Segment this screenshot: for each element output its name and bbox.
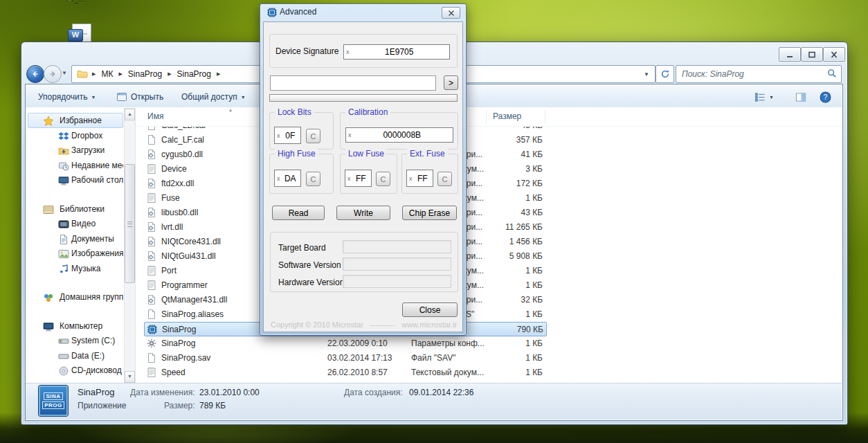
expand-button[interactable]: >: [444, 75, 458, 90]
breadcrumb-item[interactable]: SinaProg: [127, 69, 163, 79]
dialog-close-button[interactable]: [442, 7, 460, 19]
breadcrumb: ▶МК▶SinaProg▶SinaProg▶: [88, 69, 224, 79]
file-size: 32 КБ: [460, 295, 543, 305]
sidebar-item-data-e-[interactable]: Data (E:): [26, 350, 123, 363]
board-info-group: Target Board Software Version Hardware V…: [270, 232, 458, 292]
file-name: Device: [161, 164, 187, 174]
close-button[interactable]: [823, 47, 845, 62]
help-button[interactable]: ?: [820, 91, 831, 103]
ext-fuse-field[interactable]: x FF: [406, 170, 433, 187]
recent-pages-chevron[interactable]: ▼: [62, 70, 67, 76]
breadcrumb-item[interactable]: SinaProg: [176, 69, 213, 79]
sidebar-item-недавние-места[interactable]: Недавние места: [26, 159, 123, 173]
change-view-button[interactable]: ▼: [754, 91, 774, 103]
calibration-field[interactable]: x 0000008B: [345, 127, 453, 143]
maximize-button[interactable]: [801, 47, 823, 62]
low-fuse-clear-button[interactable]: C: [376, 172, 390, 186]
sidebar-item-dropbox[interactable]: Dropbox: [26, 129, 123, 143]
sidebar-item-домашняя-группа[interactable]: Домашняя группа: [26, 291, 123, 305]
navigation-scrollbar[interactable]: ▲ ▼: [124, 108, 136, 383]
desktop-icon-label: Pr_...: [66, 0, 150, 3]
scroll-up-icon[interactable]: ▲: [125, 109, 135, 120]
file-size: 1 КБ: [460, 280, 543, 290]
ext-fuse-value: FF: [413, 174, 433, 183]
scroll-down-icon[interactable]: ▼: [125, 371, 135, 383]
write-button[interactable]: Write: [336, 206, 390, 220]
sidebar-item-документы[interactable]: Документы: [26, 233, 123, 246]
table-row[interactable]: SinaProg22.03.2009 0:10Параметры конф...…: [144, 336, 545, 351]
chip-erase-button[interactable]: Chip Erase: [402, 206, 457, 220]
sidebar-item-изображения[interactable]: Изображения: [26, 247, 123, 261]
address-dropdown-icon[interactable]: ▼: [638, 71, 655, 78]
word-document-icon[interactable]: W: [68, 24, 93, 42]
preview-pane-icon: [795, 92, 807, 102]
chevron-down-icon: ▼: [241, 95, 246, 100]
clear-button-label: C: [311, 132, 316, 141]
breadcrumb-item[interactable]: МК: [100, 69, 114, 79]
lock-bits-field[interactable]: x 0F: [274, 127, 301, 144]
read-button[interactable]: Read: [272, 206, 325, 220]
high-fuse-clear-button[interactable]: C: [306, 172, 320, 186]
hardware-version-field[interactable]: [343, 275, 451, 288]
file-name: SinaProg: [162, 325, 196, 334]
column-header-size[interactable]: Размер: [493, 111, 521, 121]
file-name: NIQtCore431.dll: [161, 237, 221, 246]
back-button[interactable]: [26, 65, 44, 83]
scrollbar-thumb[interactable]: [125, 164, 135, 283]
minimize-button[interactable]: [779, 47, 801, 62]
device-signature-field[interactable]: x 1E9705: [343, 44, 450, 60]
open-app-icon: [116, 91, 127, 102]
refresh-button[interactable]: [655, 65, 674, 83]
software-version-field[interactable]: [343, 257, 451, 271]
copyright-text: Copyright © 2010 Microstar ---------- ww…: [271, 320, 459, 329]
column-header-name[interactable]: Имя: [147, 111, 163, 121]
file-size: 1 КБ: [460, 193, 543, 203]
drive-sys-icon: [58, 336, 69, 347]
sidebar-item-label: Рабочий стол: [71, 175, 123, 185]
sidebar-item-рабочий-стол[interactable]: Рабочий стол: [26, 174, 123, 188]
sidebar-item-label: Загрузки: [71, 145, 105, 155]
page-icon: [146, 352, 157, 363]
sidebar-item-label: Домашняя группа: [60, 292, 123, 302]
table-row[interactable]: SinaProg.sav03.02.2014 17:13Файл "SAV"1 …: [144, 351, 545, 365]
ext-fuse-clear-button[interactable]: C: [437, 172, 452, 186]
sidebar-item-label: Библиотеки: [60, 204, 105, 214]
sidebar-item-label: Изображения: [71, 248, 123, 258]
page-dll-icon: [146, 251, 157, 262]
chip-icon: [147, 324, 158, 335]
target-board-field[interactable]: [343, 240, 451, 253]
software-version-label: Software Version: [278, 260, 341, 270]
sidebar-item-cd-дисковод-f-[interactable]: CD-дисковод (F:): [26, 364, 123, 378]
share-menu-button[interactable]: Общий доступ▼: [181, 91, 246, 103]
preview-pane-button[interactable]: [795, 91, 807, 103]
refresh-icon: [660, 69, 670, 79]
search-input[interactable]: [680, 67, 822, 81]
search-icon[interactable]: [827, 69, 837, 81]
file-size: 3 КБ: [460, 164, 543, 174]
sidebar-item-компьютер[interactable]: Компьютер: [26, 320, 123, 334]
message-field[interactable]: [270, 75, 436, 91]
sidebar-item-label: Видео: [71, 219, 96, 228]
forward-button[interactable]: [44, 65, 62, 83]
sidebar-item-видео[interactable]: Видео: [26, 217, 123, 231]
low-fuse-group: Low Fuse x FF C: [340, 154, 397, 194]
sidebar-item-system-c-[interactable]: System (C:): [26, 334, 123, 348]
pictures-icon: [58, 248, 69, 260]
table-row[interactable]: Speed26.02.2010 8:57Текстовый докум...1 …: [144, 365, 545, 380]
file-size: 1 КБ: [460, 353, 543, 363]
chip-icon-text1: SINA: [44, 392, 62, 400]
page-txt-icon: [146, 280, 157, 291]
sidebar-item-загрузки[interactable]: Загрузки: [26, 144, 123, 158]
dialog-close-action-button[interactable]: Close: [402, 302, 458, 317]
page-icon: [146, 134, 157, 145]
lock-bits-clear-button[interactable]: C: [306, 129, 320, 143]
organize-menu-button[interactable]: Упорядочить▼: [38, 91, 96, 103]
high-fuse-field[interactable]: x DA: [274, 170, 301, 187]
sidebar-item-библиотеки[interactable]: Библиотеки: [26, 203, 123, 217]
sidebar-item-музыка[interactable]: Музыка: [26, 262, 123, 276]
page-txt-icon: [146, 367, 157, 378]
low-fuse-field[interactable]: x FF: [345, 170, 372, 187]
sidebar-item-избранное[interactable]: Избранное: [26, 114, 123, 128]
open-button[interactable]: Открыть: [116, 91, 163, 103]
calibration-label: Calibration: [345, 107, 390, 117]
